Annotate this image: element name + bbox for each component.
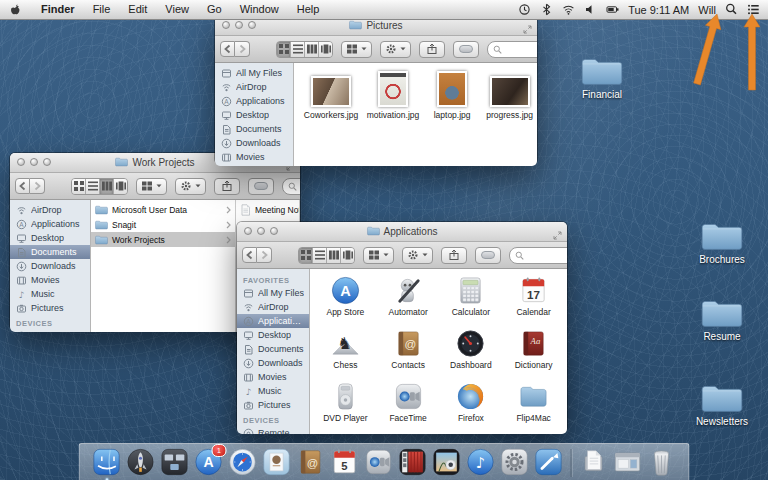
menu-help[interactable]: Help [288, 0, 329, 19]
dock-item-calendar[interactable]: 5 [330, 447, 360, 477]
wifi-icon[interactable] [562, 3, 575, 16]
app-item-app-store[interactable]: AApp Store [314, 275, 377, 328]
title-bar[interactable]: Applications [237, 222, 567, 242]
column-item-meeting-notes[interactable]: Meeting Notes [236, 202, 299, 217]
close-button[interactable] [222, 21, 230, 29]
dock-item-minimized-window[interactable] [613, 447, 643, 477]
back-button[interactable] [220, 41, 235, 57]
file-item-coworkers-jpg[interactable]: Coworkers.jpg [306, 76, 356, 120]
icon-view-button[interactable] [72, 179, 85, 194]
sidebar-item-desktop[interactable]: Desktop [215, 108, 293, 122]
menu-window[interactable]: Window [231, 0, 288, 19]
column-item-microsoft-user-data[interactable]: Microsoft User Data [91, 202, 235, 217]
sidebar-item-airdrop[interactable]: AirDrop [10, 203, 90, 217]
dock-item-contacts[interactable]: @ [296, 447, 326, 477]
fullscreen-icon[interactable] [523, 20, 532, 38]
list-view-button[interactable] [85, 179, 99, 194]
icon-view-button[interactable] [299, 248, 312, 263]
dock-item-launchpad[interactable] [126, 447, 156, 477]
arrange-menu-button[interactable] [341, 41, 372, 58]
dock-item-snagit[interactable] [534, 447, 564, 477]
desktop-folder-brochures[interactable]: Brochures [694, 219, 750, 265]
app-item-calendar[interactable]: 17Calendar [502, 275, 565, 328]
close-button[interactable] [244, 227, 252, 235]
dock-item-mail[interactable] [262, 447, 292, 477]
back-button[interactable] [242, 247, 257, 263]
share-button[interactable] [214, 178, 240, 195]
sidebar-item-pictures[interactable]: Pictures [10, 301, 90, 315]
app-item-facetime[interactable]: FaceTime [377, 381, 440, 434]
minimize-button[interactable] [235, 21, 243, 29]
minimize-button[interactable] [257, 227, 265, 235]
search-field[interactable] [282, 178, 300, 195]
file-item-progress-jpg[interactable]: progress.jpg [486, 76, 533, 120]
search-field[interactable] [509, 247, 567, 264]
forward-button[interactable] [30, 178, 45, 194]
icon-view-button[interactable] [277, 42, 290, 57]
search-input[interactable] [505, 44, 537, 54]
sidebar-item-all-my-files[interactable]: All My Files [237, 286, 309, 300]
menu-finder[interactable]: Finder [32, 0, 84, 19]
clock-menu[interactable]: Tue 9:11 AM [628, 4, 689, 16]
dock-item-safari[interactable] [228, 447, 258, 477]
dock-item-document[interactable] [579, 447, 609, 477]
dock-item-itunes[interactable]: ♪ [466, 447, 496, 477]
desktop-folder-newsletters[interactable]: Newsletters [688, 381, 756, 427]
sidebar-item-downloads[interactable]: Downloads [215, 136, 293, 150]
sidebar-item-remote-disc[interactable]: Remote Disc [10, 329, 90, 332]
column-item-work-projects[interactable]: Work Projects [91, 232, 235, 247]
sidebar-item-all-my-files[interactable]: All My Files [215, 66, 293, 80]
list-view-button[interactable] [312, 248, 326, 263]
dock-item-iphoto[interactable] [432, 447, 462, 477]
dock-item-finder[interactable] [92, 447, 122, 477]
volume-icon[interactable] [584, 3, 597, 16]
share-button[interactable] [419, 41, 445, 58]
app-item-contacts[interactable]: @Contacts [377, 328, 440, 381]
bluetooth-icon[interactable] [540, 3, 553, 16]
user-switch-menu[interactable]: Will [698, 4, 716, 16]
sidebar-item-airdrop[interactable]: AirDrop [215, 80, 293, 94]
sidebar-item-remote-disc[interactable]: Remote Disc [237, 426, 309, 434]
dock-item-system-preferences[interactable] [500, 447, 530, 477]
arrange-menu-button[interactable] [363, 247, 394, 264]
app-item-dictionary[interactable]: AaDictionary [502, 328, 565, 381]
action-menu-button[interactable] [380, 41, 411, 58]
sidebar-item-desktop[interactable]: Desktop [10, 231, 90, 245]
coverflow-view-button[interactable] [113, 179, 127, 194]
dock-item-facetime[interactable] [364, 447, 394, 477]
dock-item-trash[interactable] [647, 447, 677, 477]
spotlight-search-icon[interactable] [725, 3, 738, 16]
edit-tags-button[interactable] [248, 178, 274, 195]
list-view-button[interactable] [290, 42, 304, 57]
arrange-menu-button[interactable] [136, 178, 167, 195]
sidebar-item-movies[interactable]: Movies [237, 370, 309, 384]
sidebar-item-documents[interactable]: Documents [215, 122, 293, 136]
forward-button[interactable] [257, 247, 272, 263]
notification-center-icon[interactable] [747, 3, 760, 16]
edit-tags-button[interactable] [475, 247, 501, 264]
sidebar-item-downloads[interactable]: Downloads [10, 259, 90, 273]
app-item-calculator[interactable]: Calculator [440, 275, 503, 328]
app-item-chess[interactable]: ♞Chess [314, 328, 377, 381]
app-item-flip4mac[interactable]: Flip4Mac [502, 381, 565, 434]
close-button[interactable] [17, 158, 25, 166]
file-item-motivation-jpg[interactable]: motivation.jpg [368, 71, 418, 120]
sidebar-item-music[interactable]: ♪Music [237, 384, 309, 398]
sidebar-item-movies[interactable]: Movies [10, 273, 90, 287]
sidebar-item-downloads[interactable]: Downloads [237, 356, 309, 370]
column-view-button[interactable] [99, 179, 113, 194]
sidebar-item-airdrop[interactable]: AirDrop [237, 300, 309, 314]
edit-tags-button[interactable] [453, 41, 479, 58]
action-menu-button[interactable] [175, 178, 206, 195]
minimize-button[interactable] [30, 158, 38, 166]
sidebar-item-documents[interactable]: Documents [10, 245, 90, 259]
desktop-folder-resume[interactable]: Resume [694, 296, 750, 342]
column-view-button[interactable] [326, 248, 340, 263]
column-item-snagit[interactable]: Snagit [91, 217, 235, 232]
fullscreen-icon[interactable] [553, 226, 562, 244]
coverflow-view-button[interactable] [340, 248, 354, 263]
sidebar-item-documents[interactable]: Documents [237, 342, 309, 356]
time-machine-icon[interactable] [518, 3, 531, 16]
dock-item-app-store[interactable]: A1 [194, 447, 224, 477]
back-button[interactable] [15, 178, 30, 194]
